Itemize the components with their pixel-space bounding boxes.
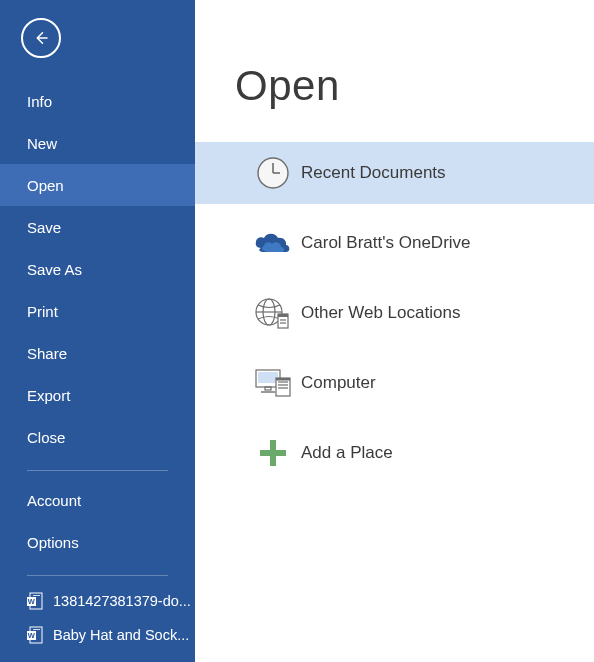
location-label: Computer bbox=[301, 373, 376, 393]
nav-label: Close bbox=[27, 429, 65, 446]
backstage-sidebar: Info New Open Save Save As Print Share E… bbox=[0, 0, 195, 662]
nav-label: Options bbox=[27, 534, 79, 551]
nav-label: Open bbox=[27, 177, 64, 194]
svg-rect-19 bbox=[258, 372, 278, 383]
location-label: Other Web Locations bbox=[301, 303, 460, 323]
svg-rect-22 bbox=[276, 378, 290, 396]
nav-label: New bbox=[27, 135, 57, 152]
location-label: Recent Documents bbox=[301, 163, 446, 183]
recent-doc-item[interactable]: W Baby Hat and Sock... bbox=[0, 618, 195, 652]
svg-rect-20 bbox=[265, 387, 271, 390]
nav-options[interactable]: Options bbox=[0, 521, 195, 563]
sidebar-divider bbox=[27, 575, 168, 576]
location-other-web[interactable]: Other Web Locations bbox=[195, 282, 594, 344]
nav-save-as[interactable]: Save As bbox=[0, 248, 195, 290]
location-list: Recent Documents Carol Bratt's OneDrive bbox=[195, 142, 594, 484]
nav-label: Save As bbox=[27, 261, 82, 278]
location-onedrive[interactable]: Carol Bratt's OneDrive bbox=[195, 212, 594, 274]
nav-export[interactable]: Export bbox=[0, 374, 195, 416]
location-label: Carol Bratt's OneDrive bbox=[301, 233, 471, 253]
nav-label: Info bbox=[27, 93, 52, 110]
recent-doc-item[interactable]: W 1381427381379-do... bbox=[0, 584, 195, 618]
nav-info[interactable]: Info bbox=[0, 80, 195, 122]
recent-doc-label: 1381427381379-do... bbox=[53, 593, 191, 609]
word-doc-icon: W bbox=[27, 592, 43, 610]
nav-close[interactable]: Close bbox=[0, 416, 195, 458]
arrow-left-icon bbox=[32, 29, 50, 47]
nav-account[interactable]: Account bbox=[0, 479, 195, 521]
plus-icon bbox=[258, 438, 288, 468]
svg-rect-26 bbox=[276, 378, 290, 381]
page-title: Open bbox=[195, 62, 594, 110]
clock-icon bbox=[256, 156, 290, 190]
nav-new[interactable]: New bbox=[0, 122, 195, 164]
back-button[interactable] bbox=[21, 18, 61, 58]
nav-share[interactable]: Share bbox=[0, 332, 195, 374]
onedrive-icon bbox=[253, 230, 293, 256]
nav-label: Account bbox=[27, 492, 81, 509]
nav-label: Save bbox=[27, 219, 61, 236]
svg-text:W: W bbox=[28, 597, 36, 606]
location-computer[interactable]: Computer bbox=[195, 352, 594, 414]
nav-label: Share bbox=[27, 345, 67, 362]
location-recent-documents[interactable]: Recent Documents bbox=[195, 142, 594, 204]
svg-rect-15 bbox=[278, 314, 288, 317]
svg-rect-28 bbox=[260, 450, 286, 456]
recent-doc-label: Baby Hat and Sock... bbox=[53, 627, 189, 643]
open-pane: Open Recent Documents Carol Bratt's OneD… bbox=[195, 0, 594, 662]
computer-icon bbox=[253, 367, 293, 399]
globe-icon bbox=[253, 296, 293, 330]
location-add-place[interactable]: Add a Place bbox=[195, 422, 594, 484]
nav-label: Print bbox=[27, 303, 58, 320]
nav-print[interactable]: Print bbox=[0, 290, 195, 332]
word-doc-icon: W bbox=[27, 626, 43, 644]
location-label: Add a Place bbox=[301, 443, 393, 463]
nav-save[interactable]: Save bbox=[0, 206, 195, 248]
nav-label: Export bbox=[27, 387, 70, 404]
sidebar-divider bbox=[27, 470, 168, 471]
nav-open[interactable]: Open bbox=[0, 164, 195, 206]
svg-text:W: W bbox=[28, 631, 36, 640]
